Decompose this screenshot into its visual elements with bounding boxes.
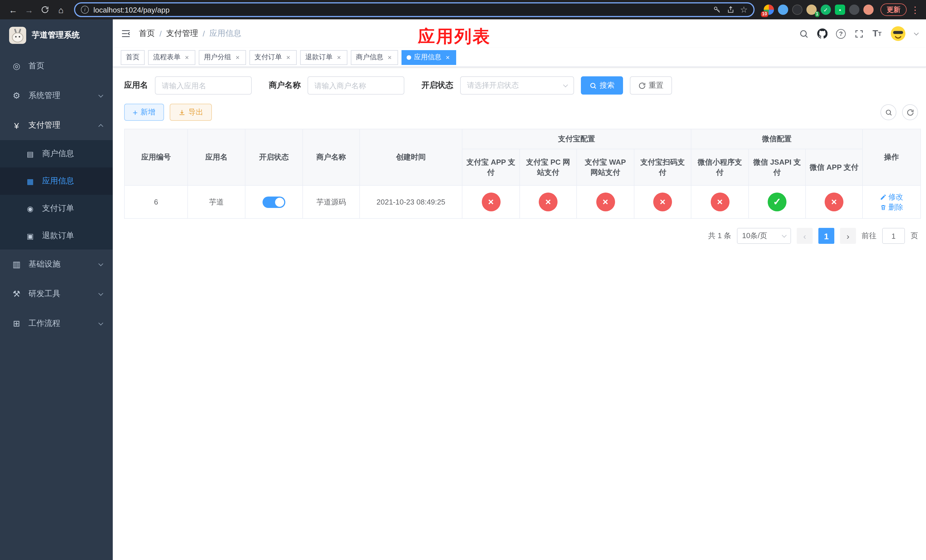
sidebar-item-home[interactable]: ◎ 首页: [0, 51, 113, 81]
export-button[interactable]: 导出: [170, 104, 212, 121]
app-name-input[interactable]: [155, 76, 252, 95]
status-toggle[interactable]: [263, 196, 285, 207]
col-app-name: 应用名: [188, 129, 245, 185]
next-page-button[interactable]: [840, 228, 856, 244]
search-button[interactable]: 搜索: [581, 76, 623, 95]
pagination: 共 1 条 10条/页 1 前往 页: [124, 228, 918, 244]
cell-created: 2021-10-23 08:49:25: [360, 185, 462, 218]
status-select[interactable]: 请选择开启状态: [460, 76, 574, 95]
reload-icon[interactable]: [38, 2, 52, 17]
delete-button[interactable]: 删除: [880, 202, 903, 212]
prev-page-button[interactable]: [797, 228, 813, 244]
breadcrumb-payment[interactable]: 支付管理: [166, 29, 198, 39]
toggle-search-button[interactable]: [881, 104, 896, 120]
status-label: 开启状态: [421, 80, 453, 91]
sidebar-item-merchant-info[interactable]: ▤ 商户信息: [0, 140, 113, 168]
share-icon[interactable]: [726, 6, 734, 14]
gear-icon: ⚙: [11, 91, 22, 101]
bookmark-star-icon[interactable]: ☆: [740, 5, 748, 15]
browser-chrome: ← → ⌂ i localhost:1024/pay/app ☆ 10 1: [0, 0, 926, 20]
extension-badge: 10: [761, 11, 768, 17]
app-logo: 芋道管理系统: [0, 20, 113, 51]
search-icon[interactable]: [799, 29, 809, 38]
tab-merchant-info[interactable]: 商户信息: [351, 50, 398, 65]
tags-view: 首页 流程表单 用户分组 支付订单 退款订单 商户信息 应用信息: [113, 48, 926, 67]
sidebar-item-workflow[interactable]: ⊞ 工作流程: [0, 309, 113, 338]
tab-app-info[interactable]: 应用信息: [401, 50, 456, 65]
forward-icon[interactable]: →: [22, 2, 36, 17]
sidebar-item-refund-orders[interactable]: ▣ 退款订单: [0, 222, 113, 250]
chevron-down-icon: [98, 261, 103, 266]
breadcrumb-current: 应用信息: [210, 29, 242, 39]
col-wx-mini: 微信小程序支付: [691, 149, 749, 185]
sidebar-item-infra[interactable]: ▥ 基础设施: [0, 250, 113, 279]
server-icon: ▥: [11, 259, 22, 269]
page-size-select[interactable]: 10条/页: [737, 228, 791, 244]
tab-process-form[interactable]: 流程表单: [148, 50, 195, 65]
extension-icon[interactable]: [778, 5, 788, 15]
alipay-pc-status-icon: [539, 192, 558, 211]
table-toolbar: + 新增 导出: [124, 104, 918, 121]
wechat-extension-icon[interactable]: ▪: [835, 5, 845, 15]
tab-close-icon[interactable]: [285, 53, 292, 61]
sidebar-item-pay-orders[interactable]: ◉ 支付订单: [0, 195, 113, 222]
coin-icon: ◉: [25, 204, 35, 213]
profile-extension-icon[interactable]: 1: [806, 5, 817, 15]
extension-icon[interactable]: [792, 5, 802, 15]
sidebar-collapse-icon[interactable]: [121, 29, 131, 39]
merchant-name-input[interactable]: [307, 76, 404, 95]
sidebar-item-payment[interactable]: ¥ 支付管理: [0, 110, 113, 140]
group-wechat-config: 微信配置: [691, 129, 862, 149]
github-icon[interactable]: [817, 29, 828, 39]
user-avatar[interactable]: [890, 26, 906, 42]
tab-pay-orders[interactable]: 支付订单: [250, 50, 297, 65]
back-icon[interactable]: ←: [6, 2, 21, 17]
cell-merchant: 芋道源码: [303, 185, 360, 218]
avatar-caret-icon[interactable]: [914, 30, 919, 35]
tab-close-icon[interactable]: [234, 53, 241, 61]
tab-close-icon[interactable]: [336, 53, 342, 61]
wechat-mini-status-icon: [710, 192, 729, 211]
url-text[interactable]: localhost:1024/pay/app: [94, 5, 708, 14]
extension-icon[interactable]: ✓: [821, 5, 831, 15]
site-info-icon[interactable]: i: [81, 6, 89, 14]
current-page-button[interactable]: 1: [819, 228, 834, 244]
goto-label: 前往: [862, 231, 876, 241]
active-tab-dot: [407, 55, 411, 59]
browser-update-button[interactable]: 更新: [881, 3, 906, 16]
tab-home[interactable]: 首页: [121, 50, 145, 65]
col-alipay-wap: 支付宝 WAP 网站支付: [576, 149, 634, 185]
tab-refund-orders[interactable]: 退款订单: [300, 50, 347, 65]
password-key-icon[interactable]: [713, 6, 721, 14]
browser-menu-icon[interactable]: ⋮: [910, 2, 920, 17]
help-icon[interactable]: ?: [836, 29, 846, 38]
cell-app-id: 6: [124, 185, 188, 218]
tab-close-icon[interactable]: [386, 53, 393, 61]
sidebar-item-devtools[interactable]: ⚒ 研发工具: [0, 279, 113, 309]
sidebar-item-app-info[interactable]: ▦ 应用信息: [0, 168, 113, 195]
sidebar-item-system[interactable]: ⚙ 系统管理: [0, 81, 113, 110]
card-icon: ▤: [25, 150, 35, 158]
goto-page-input[interactable]: [882, 228, 905, 244]
reset-button[interactable]: 重置: [630, 76, 672, 95]
col-actions: 操作: [862, 129, 921, 185]
address-bar[interactable]: i localhost:1024/pay/app ☆: [74, 2, 755, 17]
breadcrumb-home[interactable]: 首页: [139, 29, 155, 39]
extension-icon[interactable]: [849, 5, 859, 15]
wechat-app-status-icon: [825, 192, 843, 211]
font-size-icon[interactable]: TT: [873, 29, 882, 39]
tab-close-icon[interactable]: [444, 53, 451, 61]
col-wx-jsapi: 微信 JSAPI 支付: [749, 149, 805, 185]
tab-close-icon[interactable]: [183, 53, 190, 61]
refresh-button[interactable]: [902, 104, 918, 120]
fullscreen-icon[interactable]: [854, 29, 864, 38]
avatar-extension-icon[interactable]: [863, 5, 874, 15]
cell-app-name: 芋道: [188, 185, 245, 218]
add-button[interactable]: + 新增: [124, 104, 164, 121]
edit-button[interactable]: 修改: [880, 192, 903, 202]
extension-icon[interactable]: 10: [764, 5, 774, 15]
col-alipay-pc: 支付宝 PC 网站支付: [520, 149, 576, 185]
tab-user-group[interactable]: 用户分组: [199, 50, 246, 65]
home-icon[interactable]: ⌂: [53, 2, 68, 17]
sidebar: 芋道管理系统 ◎ 首页 ⚙ 系统管理 ¥ 支付管理 ▤ 商户信息: [0, 20, 113, 560]
